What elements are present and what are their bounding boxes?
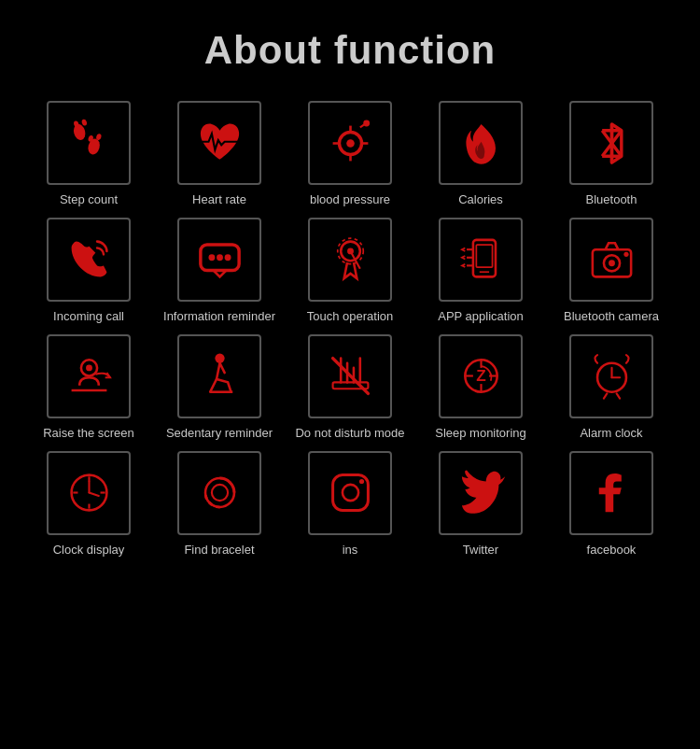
item-blood-pressure: blood pressure [289,101,411,208]
clock-display-icon [63,467,115,518]
svg-point-7 [346,139,355,148]
calories-icon [455,118,507,169]
icon-box-sedentary-reminder [177,334,261,418]
item-ins: ins [289,451,411,558]
svg-line-45 [603,394,606,399]
item-raise-screen: Raise the screen [28,334,149,442]
heart-rate-icon [194,118,245,169]
svg-point-3 [80,119,87,126]
icon-box-sleep-monitoring: Z [439,334,523,418]
raise-screen-label: Raise the screen [43,426,134,442]
bluetooth-camera-label: Bluetooth camera [564,309,659,325]
bluetooth-camera-icon [586,233,637,285]
sedentary-reminder-label: Sedentary reminder [166,426,273,442]
svg-point-55 [211,485,227,501]
alarm-clock-label: Alarm clock [580,426,642,442]
icon-box-do-not-disturb [308,334,392,418]
incoming-call-label: Incoming call [53,309,124,325]
item-bluetooth: Bluetooth [551,101,672,208]
item-twitter: Twitter [420,451,541,558]
svg-rect-35 [332,383,368,389]
icon-box-clock-display [47,451,131,535]
item-bluetooth-camera: Bluetooth camera [551,218,672,325]
icon-box-calories [439,101,523,185]
sleep-monitoring-icon: Z [455,350,507,402]
functions-grid: Step count Heart rate blood pressu [28,101,672,558]
item-sleep-monitoring: Z Sleep monitoring [420,334,541,442]
blood-pressure-label: blood pressure [310,192,390,208]
sedentary-reminder-icon [194,350,245,402]
icon-box-information-reminder [177,218,261,302]
svg-point-0 [72,122,87,141]
item-heart-rate: Heart rate [159,101,280,208]
do-not-disturb-label: Do not disturb mode [295,426,404,442]
item-touch-operation: Touch operation [289,218,411,325]
raise-screen-icon [63,350,115,402]
icon-box-blood-pressure [308,101,392,185]
page-title: About function [204,28,497,73]
icon-box-find-bracelet [177,451,261,535]
item-incoming-call: Incoming call [28,218,149,325]
icon-box-bluetooth-camera [569,218,653,302]
step-count-icon [63,118,115,169]
icon-box-facebook [569,451,653,535]
information-reminder-label: Information reminder [163,309,275,325]
svg-point-20 [224,255,231,261]
app-application-icon [455,233,507,285]
ins-icon [325,467,376,518]
item-app-application: APP application [420,218,541,325]
svg-line-53 [89,493,98,496]
item-facebook: facebook [551,451,672,558]
svg-text:Z: Z [476,366,486,385]
svg-point-29 [609,261,615,267]
blood-pressure-icon [325,118,376,169]
bluetooth-label: Bluetooth [586,192,637,208]
svg-rect-25 [476,245,492,267]
item-alarm-clock: Alarm clock [551,334,672,442]
item-find-bracelet: Find bracelet [159,451,280,558]
twitter-label: Twitter [463,543,498,558]
icon-box-ins [308,451,392,535]
ins-label: ins [343,543,358,558]
item-sedentary-reminder: Sedentary reminder [159,334,280,442]
icon-box-bluetooth [569,101,653,185]
svg-point-33 [215,354,224,363]
item-do-not-disturb: Do not disturb mode [289,334,411,442]
svg-point-19 [217,255,223,261]
find-bracelet-label: Find bracelet [184,543,254,558]
icon-box-step-count [47,101,131,185]
item-information-reminder: Information reminder [159,218,280,325]
do-not-disturb-icon [325,350,376,402]
icon-box-touch-operation [308,218,392,302]
app-application-label: APP application [438,309,524,325]
svg-point-13 [363,120,370,126]
item-calories: Calories [420,101,541,208]
touch-operation-icon [325,233,376,285]
information-reminder-icon [194,233,245,285]
svg-point-32 [86,365,92,372]
facebook-icon [586,467,637,518]
svg-point-58 [358,479,363,484]
facebook-label: facebook [587,543,637,558]
icon-box-incoming-call [47,218,131,302]
sleep-monitoring-label: Sleep monitoring [435,426,526,442]
alarm-clock-icon [586,350,637,402]
twitter-icon [455,467,507,518]
svg-point-57 [342,485,357,501]
icon-box-app-application [439,218,523,302]
heart-rate-label: Heart rate [192,192,246,208]
touch-operation-label: Touch operation [307,309,394,325]
svg-point-18 [208,255,215,261]
svg-point-30 [623,252,628,257]
step-count-label: Step count [60,192,118,208]
icon-box-twitter [439,451,523,535]
bluetooth-icon [586,118,637,169]
svg-line-46 [616,394,619,399]
icon-box-heart-rate [177,101,261,185]
icon-box-alarm-clock [569,334,653,418]
incoming-call-icon [63,233,115,285]
find-bracelet-icon [194,467,245,518]
item-clock-display: Clock display [28,451,149,558]
icon-box-raise-screen [47,334,131,418]
clock-display-label: Clock display [53,543,125,558]
